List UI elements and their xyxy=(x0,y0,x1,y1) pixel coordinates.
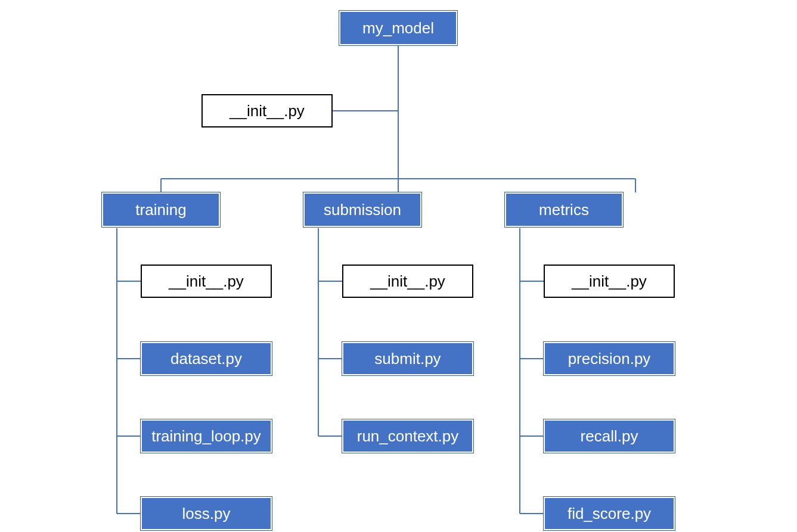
file-training-0: __init__.py xyxy=(141,265,272,298)
file-training-1: dataset.py xyxy=(141,342,272,375)
file-submission-0: __init__.py xyxy=(342,265,473,298)
folder-submission: submission xyxy=(303,192,421,227)
file-submission-2: run_context.py xyxy=(342,419,473,453)
file-metrics-0: __init__.py xyxy=(544,265,675,298)
folder-metrics: metrics xyxy=(505,192,623,227)
root-folder: my_model xyxy=(339,11,457,45)
file-training-2: training_loop.py xyxy=(141,419,272,453)
diagram-canvas: my_model __init__.py training __init__.p… xyxy=(0,0,797,532)
file-training-3: loss.py xyxy=(141,497,272,530)
file-metrics-1: precision.py xyxy=(544,342,675,375)
file-metrics-2: recall.py xyxy=(544,419,675,453)
folder-training: training xyxy=(102,192,220,227)
file-submission-1: submit.py xyxy=(342,342,473,375)
file-metrics-3: fid_score.py xyxy=(544,497,675,530)
root-init-file: __init__.py xyxy=(201,94,333,127)
